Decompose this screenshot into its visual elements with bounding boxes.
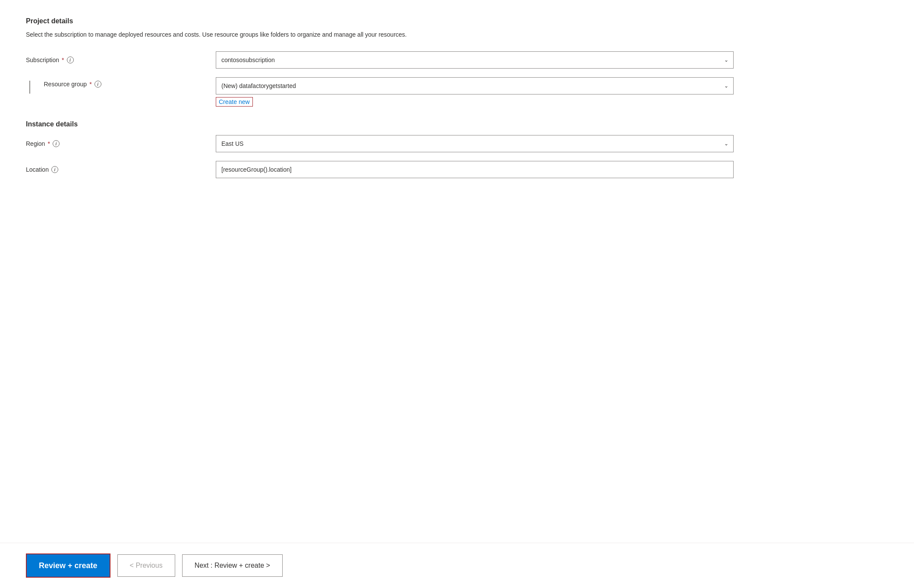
location-input-col bbox=[216, 161, 734, 178]
instance-details-title: Instance details bbox=[26, 120, 888, 128]
subscription-row: Subscription * i contososubscription ⌄ bbox=[26, 51, 888, 69]
subscription-label: Subscription bbox=[26, 57, 59, 63]
resource-group-input-col: (New) datafactorygetstarted ⌄ Create new bbox=[216, 77, 734, 107]
project-details-section: Project details Select the subscription … bbox=[26, 17, 888, 107]
location-input[interactable] bbox=[216, 161, 734, 178]
region-select-wrapper: East US West US West Europe East Asia ⌄ bbox=[216, 135, 734, 152]
previous-button[interactable]: < Previous bbox=[117, 554, 175, 577]
subscription-select-wrapper: contososubscription ⌄ bbox=[216, 51, 734, 69]
region-input-col: East US West US West Europe East Asia ⌄ bbox=[216, 135, 734, 152]
subscription-info-icon[interactable]: i bbox=[67, 57, 74, 63]
subscription-input-col: contososubscription ⌄ bbox=[216, 51, 734, 69]
resource-group-select[interactable]: (New) datafactorygetstarted bbox=[216, 77, 734, 94]
resource-indent-wrapper: Resource group * i bbox=[26, 81, 101, 94]
create-new-link[interactable]: Create new bbox=[216, 97, 253, 107]
review-create-button[interactable]: Review + create bbox=[26, 553, 110, 578]
resource-group-label: Resource group bbox=[44, 81, 87, 88]
location-label-col: Location i bbox=[26, 166, 207, 173]
region-label: Region bbox=[26, 140, 45, 147]
resource-group-row: Resource group * i (New) datafactorygets… bbox=[26, 77, 888, 107]
resource-group-info-icon[interactable]: i bbox=[95, 81, 101, 88]
resource-group-select-wrapper: (New) datafactorygetstarted ⌄ bbox=[216, 77, 734, 94]
resource-group-required: * bbox=[89, 81, 91, 88]
location-label: Location bbox=[26, 166, 49, 173]
resource-group-label-col: Resource group * i bbox=[26, 77, 207, 94]
region-row: Region * i East US West US West Europe E… bbox=[26, 135, 888, 152]
indent-line bbox=[29, 81, 30, 94]
region-info-icon[interactable]: i bbox=[53, 140, 60, 147]
project-details-title: Project details bbox=[26, 17, 888, 25]
footer-bar: Review + create < Previous Next : Review… bbox=[0, 543, 914, 588]
region-select[interactable]: East US West US West Europe East Asia bbox=[216, 135, 734, 152]
subscription-required: * bbox=[62, 57, 64, 63]
project-details-description: Select the subscription to manage deploy… bbox=[26, 30, 414, 39]
next-button[interactable]: Next : Review + create > bbox=[182, 554, 283, 577]
location-row: Location i bbox=[26, 161, 888, 178]
resource-group-label-row: Resource group * i bbox=[44, 81, 101, 88]
region-required: * bbox=[47, 140, 50, 147]
subscription-label-col: Subscription * i bbox=[26, 57, 207, 63]
subscription-select[interactable]: contososubscription bbox=[216, 51, 734, 69]
instance-details-section: Instance details Region * i East US West… bbox=[26, 120, 888, 178]
location-info-icon[interactable]: i bbox=[51, 166, 58, 173]
region-label-col: Region * i bbox=[26, 140, 207, 147]
